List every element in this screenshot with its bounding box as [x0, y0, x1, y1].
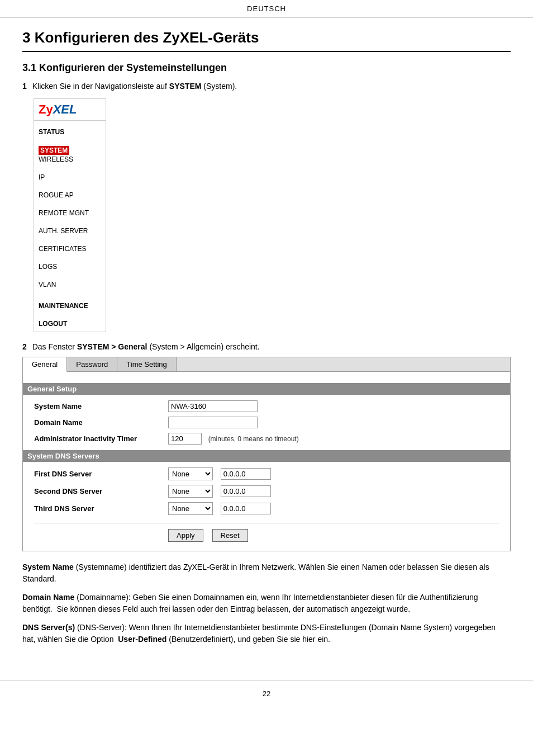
general-setup-header: General Setup [23, 383, 510, 395]
domain-name-row: Domain Name [34, 417, 499, 428]
nav-logo: ZyXEL [34, 99, 106, 121]
tab-general[interactable]: General [23, 357, 67, 372]
page-content: 3 Konfigurieren des ZyXEL-Geräts 3.1 Kon… [0, 18, 533, 669]
nav-item-ip[interactable]: IP [39, 173, 101, 182]
second-dns-label: Second DNS Server [34, 487, 168, 495]
tab-password[interactable]: Password [67, 357, 117, 371]
third-dns-ip[interactable] [221, 503, 271, 514]
inactivity-timer-input[interactable] [168, 433, 202, 445]
top-bar: DEUTSCH [0, 0, 533, 18]
step2-text: Das Fenster [32, 342, 77, 351]
step2: 2 Das Fenster SYSTEM > General (System >… [22, 342, 511, 351]
language-label: DEUTSCH [247, 4, 286, 13]
section-title: 3.1 Konfigurieren der Systemeinstellunge… [22, 62, 511, 74]
second-dns-control: None User-Defined [168, 485, 271, 498]
nav-items: STATUS SYSTEM WIRELESS IP ROGUE AP REMOT… [34, 121, 106, 332]
first-dns-select[interactable]: None User-Defined [168, 467, 213, 480]
third-dns-select[interactable]: None User-Defined [168, 502, 213, 515]
first-dns-ip[interactable] [221, 468, 271, 480]
step1-number: 1 [22, 82, 27, 91]
nav-item-authserver[interactable]: AUTH. SERVER [39, 226, 101, 235]
nav-item-remotemgnt[interactable]: REMOTE MGNT [39, 209, 101, 218]
nav-item-wireless[interactable]: WIRELESS [39, 155, 101, 164]
desc-system-name-text: (Systemname) identifiziert das ZyXEL-Ger… [22, 563, 489, 583]
system-name-label: System Name [34, 402, 168, 410]
inactivity-timer-row: Administrator Inactivity Timer (minutes,… [34, 433, 499, 445]
third-dns-label: Third DNS Server [34, 504, 168, 513]
system-name-control [168, 400, 258, 412]
nav-item-maintenance[interactable]: MAINTENANCE [39, 301, 101, 310]
third-dns-row: Third DNS Server None User-Defined [34, 502, 499, 515]
button-row: Apply Reset [34, 523, 499, 542]
inactivity-timer-label: Administrator Inactivity Timer [34, 434, 168, 443]
desc-system-name: System Name (Systemname) identifiziert d… [22, 561, 511, 585]
nav-item-logout[interactable]: LOGOUT [39, 319, 101, 328]
nav-item-system[interactable]: SYSTEM [39, 146, 69, 155]
second-dns-select[interactable]: None User-Defined [168, 485, 213, 498]
step1-text-after: (System). [203, 82, 237, 91]
panel-body: General Setup System Name Domain Name Ad… [23, 372, 510, 551]
second-dns-row: Second DNS Server None User-Defined [34, 485, 499, 498]
domain-name-control [168, 417, 258, 428]
desc-domain-name-bold: Domain Name [22, 593, 74, 602]
description-section: System Name (Systemname) identifiziert d… [22, 561, 511, 645]
step1: 1 Klicken Sie in der Navigationsleiste a… [22, 82, 511, 91]
desc-domain-name-text: (Domainname): Geben Sie einen Domainname… [22, 593, 478, 613]
step2-number: 2 [22, 342, 27, 351]
reset-button[interactable]: Reset [212, 529, 248, 542]
desc-system-name-bold: System Name [22, 563, 74, 571]
apply-button[interactable]: Apply [168, 529, 203, 542]
nav-panel: ZyXEL STATUS SYSTEM WIRELESS IP ROGUE AP… [34, 98, 106, 332]
step1-text: Klicken Sie in der Navigationsleiste auf [32, 82, 169, 91]
chapter-title: 3 Konfigurieren des ZyXEL-Geräts [22, 29, 511, 52]
step2-bold: SYSTEM > General [77, 342, 147, 351]
desc-domain-name: Domain Name (Domainname): Geben Sie eine… [22, 592, 511, 615]
system-name-input[interactable] [168, 400, 258, 412]
nav-item-status[interactable]: STATUS [39, 127, 101, 136]
nav-item-logs[interactable]: LOGS [39, 262, 101, 271]
inactivity-timer-hint: (minutes, 0 means no timeout) [208, 435, 299, 443]
dns-servers-header: System DNS Servers [23, 450, 510, 462]
nav-item-vlan[interactable]: VLAN [39, 280, 101, 289]
first-dns-label: First DNS Server [34, 470, 168, 478]
first-dns-row: First DNS Server None User-Defined [34, 467, 499, 480]
desc-user-defined-bold: User-Defined [118, 635, 166, 644]
nav-item-rogueap[interactable]: ROGUE AP [39, 191, 101, 200]
inactivity-timer-control: (minutes, 0 means no timeout) [168, 433, 299, 445]
desc-dns-servers-bold: DNS Server(s) [22, 623, 75, 632]
step2-text-after: (System > Allgemein) erscheint. [149, 342, 259, 351]
third-dns-control: None User-Defined [168, 502, 271, 515]
tab-time-setting[interactable]: Time Setting [117, 357, 177, 371]
domain-name-input[interactable] [168, 417, 258, 428]
desc-dns-servers-text: (DNS-Server): Wenn Ihnen Ihr Internetdie… [22, 623, 496, 644]
second-dns-ip[interactable] [221, 485, 271, 497]
domain-name-label: Domain Name [34, 418, 168, 427]
page-number: 22 [263, 689, 270, 698]
first-dns-control: None User-Defined [168, 467, 271, 480]
tab-bar: General Password Time Setting [23, 357, 510, 372]
nav-item-certificates[interactable]: CERTIFICATES [39, 244, 101, 253]
page-footer: 22 [0, 680, 533, 702]
sys-panel: General Password Time Setting General Se… [22, 357, 511, 551]
desc-dns-servers: DNS Server(s) (DNS-Server): Wenn Ihnen I… [22, 622, 511, 645]
system-name-row: System Name [34, 400, 499, 412]
step1-bold: SYSTEM [169, 82, 202, 91]
logo-text: ZyXEL [39, 102, 77, 116]
